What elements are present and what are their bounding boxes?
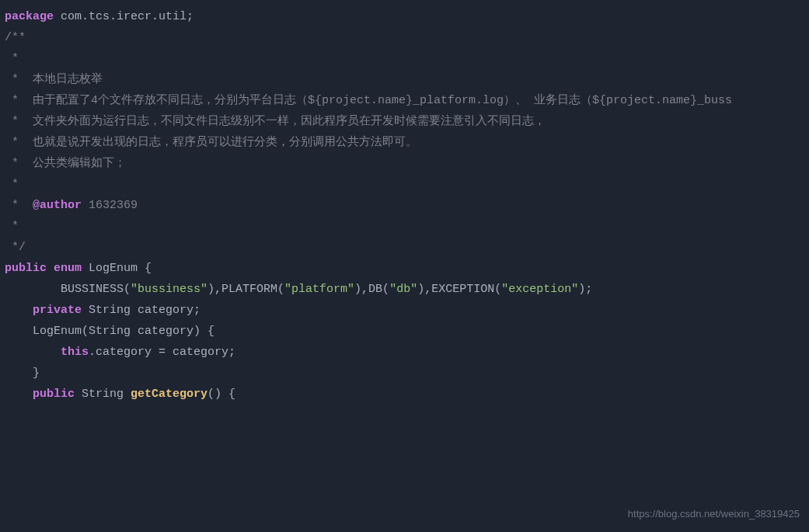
- comment-line: *: [5, 48, 804, 69]
- watermark-text: https://blog.csdn.net/weixin_38319425: [628, 505, 800, 523]
- string-literal: "platform": [284, 283, 354, 296]
- comment-line: * 文件夹外面为运行日志，不同文件日志级别不一样，因此程序员在开发时候需要注意引…: [5, 111, 804, 132]
- enum-constant: ),DB(: [354, 283, 389, 296]
- comment-start: /**: [5, 27, 804, 48]
- field-declaration: private String category;: [5, 300, 804, 321]
- indent: [5, 388, 33, 401]
- comment-line: * 也就是说开发出现的日志，程序员可以进行分类，分别调用公共方法即可。: [5, 132, 804, 153]
- indent: [5, 304, 33, 317]
- constructor-declaration: LogEnum(String category) {: [5, 321, 804, 342]
- enum-constant: BUSSINESS(: [5, 283, 131, 296]
- method-declaration: public String getCategory() {: [5, 384, 804, 405]
- keyword-this: this: [61, 346, 89, 359]
- author-tag: @author: [33, 199, 82, 212]
- code-line: package com.tcs.irecr.util;: [5, 6, 804, 27]
- string-literal: "exception": [501, 283, 578, 296]
- string-literal: "bussiness": [131, 283, 207, 296]
- method-params: () {: [207, 388, 235, 401]
- enum-name: LogEnum {: [82, 262, 152, 275]
- author-value: 1632369: [82, 199, 138, 212]
- keyword-public: public: [33, 388, 75, 401]
- enum-constant: ),PLATFORM(: [207, 283, 284, 296]
- return-type: String: [75, 388, 131, 401]
- string-literal: "db": [389, 283, 417, 296]
- keyword-public: public: [5, 262, 47, 275]
- enum-constant: ),EXCEPTION(: [417, 283, 501, 296]
- comment-end: */: [5, 237, 804, 258]
- code-editor-panel: package com.tcs.irecr.util; /** * * 本地日志…: [5, 6, 804, 405]
- enum-constants: BUSSINESS("bussiness"),PLATFORM("platfor…: [5, 279, 804, 300]
- assignment-rest: .category = category;: [89, 346, 235, 359]
- enum-declaration: public enum LogEnum {: [5, 258, 804, 279]
- comment-line: *: [5, 174, 804, 195]
- line-end: );: [578, 283, 592, 296]
- indent: [5, 346, 61, 359]
- method-name: getCategory: [131, 388, 207, 401]
- comment-prefix: *: [5, 199, 33, 212]
- close-brace: }: [5, 363, 804, 384]
- comment-line: * 本地日志枚举: [5, 69, 804, 90]
- field-rest: String category;: [82, 304, 201, 317]
- keyword-private: private: [33, 304, 82, 317]
- comment-author-line: * @author 1632369: [5, 195, 804, 216]
- keyword-package: package: [5, 10, 54, 23]
- comment-line: *: [5, 216, 804, 237]
- keyword-enum: enum: [47, 262, 82, 275]
- package-path: com.tcs.irecr.util;: [54, 10, 194, 23]
- assignment-line: this.category = category;: [5, 342, 804, 363]
- comment-line: * 公共类编辑如下；: [5, 153, 804, 174]
- comment-line: * 由于配置了4个文件存放不同日志，分别为平台日志（${project.name…: [5, 90, 804, 111]
